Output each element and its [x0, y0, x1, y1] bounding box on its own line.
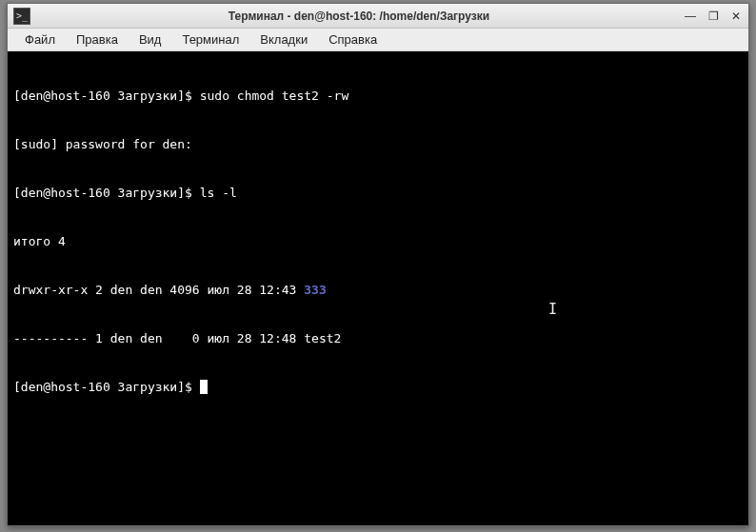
directory-link: 333 [304, 283, 326, 297]
terminal-line: drwxr-xr-x 2 den den 4096 июл 28 12:43 3… [13, 282, 743, 298]
maximize-button[interactable]: ❐ [706, 10, 720, 23]
terminal-icon: >_ [13, 8, 30, 25]
terminal-line: ---------- 1 den den 0 июл 28 12:48 test… [13, 330, 743, 346]
terminal-window: >_ Терминал - den@host-160: /home/den/За… [7, 3, 749, 526]
terminal-line: [sudo] password for den: [13, 136, 743, 152]
command-text: sudo chmod test2 -rw [200, 89, 349, 103]
window-controls: — ❐ ✕ [684, 10, 743, 23]
terminal-cursor [200, 380, 208, 394]
menu-tabs[interactable]: Вкладки [250, 30, 317, 49]
command-text: ls -l [200, 186, 237, 200]
menu-edit[interactable]: Правка [67, 30, 128, 49]
terminal-icon-glyph: >_ [16, 11, 28, 21]
window-title: Терминал - den@host-160: /home/den/Загру… [34, 10, 684, 23]
terminal-line: итого 4 [13, 233, 743, 249]
terminal-line: [den@host-160 Загрузки]$ [13, 379, 743, 395]
output-text: drwxr-xr-x 2 den den 4096 июл 28 12:43 [13, 283, 304, 297]
output-text: итого 4 [13, 234, 66, 248]
prompt: [den@host-160 Загрузки]$ [13, 380, 200, 394]
output-text: [sudo] password for den: [13, 137, 200, 151]
close-button[interactable]: ✕ [729, 10, 743, 23]
menu-terminal[interactable]: Терминал [172, 30, 249, 49]
minimize-button[interactable]: — [684, 10, 697, 23]
prompt: [den@host-160 Загрузки]$ [13, 186, 200, 200]
menu-file[interactable]: Файл [15, 30, 65, 49]
terminal-area[interactable]: [den@host-160 Загрузки]$ sudo chmod test… [8, 51, 748, 525]
menu-help[interactable]: Справка [319, 30, 387, 49]
menubar: Файл Правка Вид Терминал Вкладки Справка [8, 29, 748, 51]
terminal-line: [den@host-160 Загрузки]$ ls -l [13, 185, 743, 201]
titlebar[interactable]: >_ Терминал - den@host-160: /home/den/За… [8, 4, 748, 29]
mouse-text-cursor-icon: I [548, 302, 550, 318]
menu-view[interactable]: Вид [129, 30, 171, 49]
terminal-line: [den@host-160 Загрузки]$ sudo chmod test… [13, 88, 743, 104]
prompt: [den@host-160 Загрузки]$ [13, 89, 200, 103]
output-text: ---------- 1 den den 0 июл 28 12:48 test… [13, 331, 341, 345]
